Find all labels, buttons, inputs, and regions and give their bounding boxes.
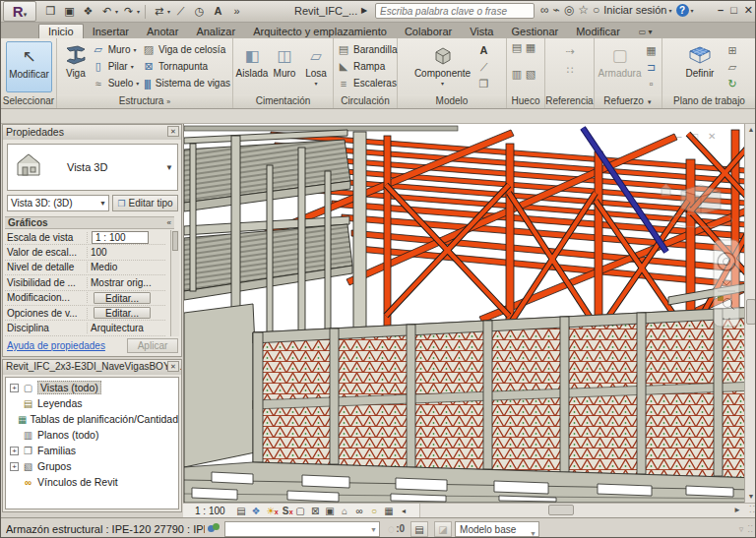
panel-label-hueco[interactable]: Hueco [507, 94, 544, 108]
close-button[interactable]: ✕ [744, 4, 753, 17]
tab-modificar[interactable]: Modificar [567, 25, 629, 38]
properties-scrollbar[interactable] [170, 230, 179, 336]
tree-item-planos[interactable]: ▥Planos (todo) [6, 427, 178, 443]
wall-button[interactable]: ▱Muro▾ [92, 41, 142, 58]
redo-dropdown-icon[interactable]: ▾ [137, 8, 140, 15]
tree-item-vistas[interactable]: +▢Vistas (todo) [6, 380, 178, 395]
lattice-wall[interactable] [253, 307, 756, 478]
ramp-button[interactable]: ◣Rampa [337, 58, 385, 75]
opening-wall-icon[interactable]: ▥ [510, 68, 524, 84]
worksets-icon[interactable] [208, 523, 221, 535]
close-icon[interactable]: ✕ [167, 361, 179, 372]
type-selector[interactable]: Vista 3D ▼ [7, 144, 178, 191]
collapse-icon[interactable]: « [167, 217, 171, 229]
editing-requests-icon[interactable]: ◌ [388, 522, 395, 536]
sync-icon[interactable]: ❖ [80, 3, 96, 20]
stairs-button[interactable]: ≡Escaleras [337, 75, 397, 91]
view-scale[interactable]: 1 : 100 [183, 506, 234, 516]
scroll-down-icon[interactable]: ▼ [745, 491, 756, 503]
scrollbar-thumb[interactable] [746, 299, 756, 325]
help-icon[interactable]: ? [676, 4, 689, 17]
component-button[interactable]: Componente▾ [414, 41, 472, 90]
opening-by-face-icon[interactable]: ▤ [510, 41, 524, 57]
drawing-area[interactable]: – □ ✕ [183, 124, 756, 503]
active-workset-selector[interactable]: ▼ [224, 521, 380, 537]
truss-button[interactable]: ▨Viga de celosía [142, 41, 230, 58]
beam-system-button[interactable]: |||Sistema de vigas [142, 75, 230, 91]
aligned-dimension-icon[interactable]: ◷ [191, 3, 208, 20]
scroll-right-icon[interactable]: ► [733, 504, 741, 516]
panel-label-seleccionar[interactable]: Seleccionar [1, 94, 56, 108]
slab-foundation-button[interactable]: ▱Losa▾ [301, 41, 331, 90]
show-workplane-icon[interactable]: ⊞ [725, 42, 739, 58]
search-input[interactable] [375, 3, 535, 19]
properties-help-link[interactable]: Ayuda de propiedades [7, 340, 105, 351]
minimize-button[interactable]: – [718, 4, 724, 17]
text-icon[interactable]: A [210, 3, 226, 20]
expand-bar-icon[interactable]: ◂ [397, 505, 411, 517]
apply-button[interactable]: Aplicar [127, 338, 178, 353]
panel-label-referencia[interactable]: Referencia [545, 94, 594, 108]
properties-header[interactable]: Propiedades ✕ [3, 125, 181, 140]
subscription-icon[interactable]: ⌁ [553, 3, 560, 17]
set-workplane-button[interactable]: Definir [680, 41, 720, 80]
isolated-foundation-button[interactable]: ◧Aislada [236, 41, 268, 80]
tree-item-tablas[interactable]: ▦Tablas de planificación/Cantidad [6, 411, 178, 427]
panel-label-cimentacion[interactable]: Cimentación [233, 94, 333, 108]
model-group-icon[interactable]: ❐ [477, 76, 491, 91]
scrollbar-thumb[interactable] [172, 231, 178, 251]
vertical-scrollbar[interactable]: ▲ ▼ [744, 124, 756, 503]
close-icon[interactable]: ✕ [167, 126, 179, 137]
expand-icon[interactable]: + [10, 462, 19, 471]
opening-shaft-icon[interactable]: ▦ [524, 41, 537, 57]
title-expand-icon[interactable]: ▶ [361, 6, 367, 15]
design-options-icon[interactable]: ◪ [434, 521, 452, 537]
scale-input[interactable]: 1 : 100 [92, 231, 149, 244]
favorites-icon[interactable]: ☆ [578, 3, 589, 17]
active-design-option-selector[interactable]: Modelo base▼ [455, 521, 539, 537]
panel-label-plano-de-trabajo[interactable]: Plano de trabajo [662, 94, 756, 108]
model-line-icon[interactable]: ⟋ [477, 59, 491, 75]
tab-gestionar[interactable]: Gestionar [502, 25, 567, 38]
modify-button[interactable]: ↖ Modificar [6, 41, 52, 92]
model-3d-view[interactable]: – □ ✕ [184, 124, 756, 503]
temporary-hide-isolate-icon[interactable]: ∞ [352, 505, 367, 517]
reveal-hidden-icon[interactable]: ○ [367, 505, 382, 517]
worksharing-display-button[interactable]: ▤ [410, 521, 428, 537]
reference-plane-icon[interactable]: ▱ [725, 59, 739, 75]
column-button[interactable]: ▯Pilar▾ [92, 58, 142, 75]
fabric-area-icon[interactable]: ▦ [645, 42, 659, 58]
sign-in-label[interactable]: Iniciar sesión [603, 4, 666, 16]
expand-icon[interactable]: + [10, 384, 19, 392]
open-icon[interactable]: ❒ [42, 3, 59, 20]
refuerzo-dropdown-icon[interactable]: ▼ [647, 99, 653, 105]
help-dropdown-icon[interactable]: ▾ [691, 7, 694, 14]
shadows-icon[interactable]: Sx [279, 505, 293, 517]
switch-windows-icon[interactable]: ⇄ [151, 3, 167, 20]
reference-line-icon[interactable]: ⇢ [563, 45, 577, 58]
restore-button[interactable]: □ [730, 4, 737, 17]
tab-analizar[interactable]: Analizar [187, 25, 244, 38]
resize-grip[interactable]: ⁚⁚ [749, 506, 756, 514]
section-box-icon[interactable]: ⌂ [338, 505, 352, 517]
tab-inicio[interactable]: Inicio [38, 24, 84, 38]
expand-icon[interactable]: + [10, 447, 19, 455]
dialog-launcher-icon[interactable]: » [166, 98, 170, 105]
rebar-path-icon[interactable]: ⊐ [645, 59, 659, 75]
sign-in-dropdown-icon[interactable]: ▾ [669, 7, 672, 14]
panel-label-circulacion[interactable]: Circulación [334, 94, 397, 108]
tab-anotar[interactable]: Anotar [138, 25, 187, 38]
rebar-cover-icon[interactable]: ▫ [645, 76, 659, 91]
rebar-button[interactable]: ▢ Armadura [599, 41, 641, 80]
edit-button[interactable]: Editar... [94, 292, 151, 304]
measure-icon[interactable]: ⟋ [172, 3, 189, 20]
panel-label-modelo[interactable]: Modelo [398, 94, 506, 108]
property-row[interactable]: Modificacion...Editar... [5, 291, 165, 306]
floor-button[interactable]: ≈Suelo▾ [92, 75, 142, 91]
beam-button[interactable]: Viga [60, 41, 92, 80]
window-resize-grip[interactable]: ⁚⁚ [747, 524, 753, 534]
property-row[interactable]: Opciones de v...Editar... [5, 306, 165, 321]
opening-dormer-icon[interactable]: ▧ [524, 68, 537, 84]
search-icon[interactable]: ∞ [540, 3, 549, 17]
switch-dropdown-icon[interactable]: ▾ [167, 8, 170, 15]
